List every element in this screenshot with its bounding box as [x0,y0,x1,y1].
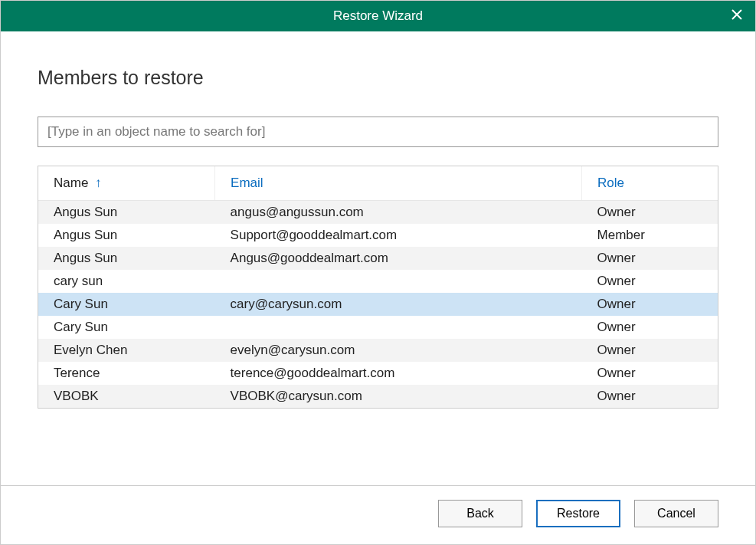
sort-indicator-icon: ↑ [95,176,102,190]
cell-role: Owner [582,339,718,362]
cell-name: VBOBK [38,385,215,408]
back-button[interactable]: Back [438,500,522,527]
window-title: Restore Wizard [333,8,423,24]
column-header-email[interactable]: Email [215,166,582,201]
cell-role: Owner [582,316,718,339]
cell-role: Owner [582,385,718,408]
restore-wizard-window: Restore Wizard Members to restore Name ↑ [0,0,756,545]
table-row[interactable]: Cary Suncary@carysun.comOwner [38,293,718,316]
cell-name: Evelyn Chen [38,339,215,362]
cell-email: VBOBK@carysun.com [215,385,582,408]
titlebar: Restore Wizard [1,1,755,31]
column-header-email-label: Email [231,176,263,190]
cell-name: Cary Sun [38,316,215,339]
table-row[interactable]: Evelyn Chenevelyn@carysun.comOwner [38,339,718,362]
cancel-button[interactable]: Cancel [634,500,718,527]
search-input[interactable] [38,117,718,147]
footer-button-bar: Back Restore Cancel [1,485,755,544]
cell-email: Support@gooddealmart.com [215,224,582,247]
cell-role: Member [582,224,718,247]
table-header-row: Name ↑ Email Role [38,166,718,201]
column-header-role-label: Role [597,176,624,190]
cell-name: Terence [38,362,215,385]
page-heading: Members to restore [38,67,718,89]
cell-role: Owner [582,247,718,270]
table-row[interactable]: Angus SunSupport@gooddealmart.comMember [38,224,718,247]
cell-name: Angus Sun [38,247,215,270]
members-table: Name ↑ Email Role Angus Sunangus@angussu… [38,166,718,408]
cell-role: Owner [582,362,718,385]
cell-email: terence@gooddealmart.com [215,362,582,385]
cell-email: Angus@gooddealmart.com [215,247,582,270]
cell-name: Angus Sun [38,201,215,225]
cell-email: cary@carysun.com [215,293,582,316]
cell-name: cary sun [38,270,215,293]
cell-email: evelyn@carysun.com [215,339,582,362]
cell-role: Owner [582,293,718,316]
column-header-name-label: Name [54,176,88,190]
table-row[interactable]: Angus SunAngus@gooddealmart.comOwner [38,247,718,270]
column-header-role[interactable]: Role [582,166,718,201]
table-row[interactable]: Cary SunOwner [38,316,718,339]
cell-name: Cary Sun [38,293,215,316]
restore-button[interactable]: Restore [536,500,620,527]
table-row[interactable]: Terenceterence@gooddealmart.comOwner [38,362,718,385]
cell-name: Angus Sun [38,224,215,247]
cell-role: Owner [582,201,718,225]
content-area: Members to restore Name ↑ Email Role [1,31,755,485]
close-button[interactable] [718,1,755,31]
members-table-container: Name ↑ Email Role Angus Sunangus@angussu… [38,166,718,409]
table-row[interactable]: VBOBKVBOBK@carysun.comOwner [38,385,718,408]
cell-email [215,270,582,293]
cell-email: angus@angussun.com [215,201,582,225]
cell-role: Owner [582,270,718,293]
close-icon [731,8,742,24]
column-header-name[interactable]: Name ↑ [38,166,215,201]
table-row[interactable]: Angus Sunangus@angussun.comOwner [38,201,718,225]
table-row[interactable]: cary sunOwner [38,270,718,293]
cell-email [215,316,582,339]
